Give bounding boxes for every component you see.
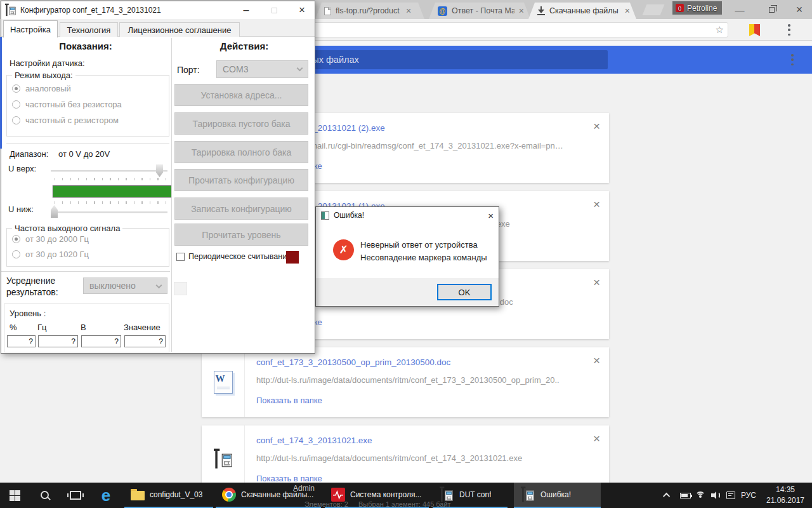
tab-license[interactable]: Лицензионное соглашение [119, 22, 240, 37]
show-in-folder-link[interactable]: Показать в папке [256, 474, 322, 483]
radio-freq-1020-label: от 30 до 1020 Гц [25, 250, 89, 259]
browser-close-button[interactable]: × [787, 0, 812, 19]
task-view-icon [70, 491, 81, 500]
taskbar: e configdut_V_03 Скачанные файлы... Сист… [0, 483, 812, 508]
clock[interactable]: 14:35 21.06.2017 [761, 483, 809, 508]
averaging-value: выключено [89, 281, 136, 291]
read-level-button[interactable]: Прочитать уровень [174, 224, 308, 246]
browser-tab-mail[interactable]: @ Ответ - Почта Mail × [429, 3, 530, 19]
edge-button[interactable]: e [91, 483, 121, 508]
tab-close-icon[interactable]: × [406, 6, 411, 15]
app-title-bar[interactable]: Конфигуратор conf_et_174_3_20131021 – × [1, 1, 315, 19]
download-file-link[interactable]: conf_et_173_3_20130500_op_prim_20130500.… [256, 358, 593, 367]
browser-tab-flstop[interactable]: fls-top.ru/?product × [315, 3, 424, 19]
taskbar-item-label: DUT conf [459, 490, 491, 499]
level-percent-field[interactable]: ? [7, 335, 36, 347]
tab-close-icon[interactable]: × [519, 6, 524, 15]
radio-freq-no-resistor[interactable] [12, 100, 20, 109]
wifi-icon[interactable] [693, 483, 708, 508]
radio-freq-no-resistor-label: частотный без резистора [25, 100, 122, 109]
write-config-button[interactable]: Записать конфигурацию [174, 197, 308, 220]
u-top-slider-track[interactable] [51, 170, 167, 172]
minimize-icon: — [735, 4, 745, 15]
app-maximize-button[interactable] [260, 1, 288, 19]
task-view-button[interactable] [61, 483, 90, 508]
speaker-icon[interactable] [708, 483, 723, 508]
download-icon [537, 6, 545, 15]
periodic-read-label: Периодическое считывание [188, 252, 291, 261]
tick-row [55, 201, 167, 204]
radio-analog[interactable] [12, 84, 20, 93]
battery-icon[interactable] [678, 483, 693, 508]
remove-download-icon[interactable]: × [593, 119, 600, 133]
dialog-close-icon[interactable]: × [488, 210, 494, 221]
output-mode-group: Режим выхода: аналоговый частотный без р… [6, 75, 169, 137]
remove-download-icon[interactable]: × [593, 354, 600, 368]
downloads-menu-icon[interactable] [791, 54, 794, 65]
bookmark-star-icon[interactable]: ☆ [716, 24, 724, 36]
browser-minimize-button[interactable]: — [727, 0, 752, 19]
error-icon: ✗ [333, 239, 354, 260]
error-message-line2: Несовпадение маркера команды [360, 253, 487, 262]
browser-restore-button[interactable] [759, 0, 784, 19]
port-select[interactable]: COM3 [216, 60, 308, 78]
divider [6, 144, 169, 145]
dialog-title-bar[interactable]: Ошибка! × [316, 207, 499, 224]
u-bottom-slider-thumb[interactable] [51, 205, 58, 218]
start-button[interactable] [0, 483, 29, 508]
level-hz-field[interactable]: ? [38, 335, 78, 347]
tray-time: 14:35 [776, 485, 795, 495]
error-message-line1: Неверный ответ от устройства [360, 240, 478, 250]
radio-freq-2000[interactable] [12, 235, 20, 243]
averaging-select[interactable]: выключено [83, 277, 167, 294]
close-icon: × [299, 4, 305, 17]
taskbar-item-label: Ошибка! [540, 490, 571, 499]
remove-download-icon[interactable]: × [593, 432, 600, 446]
chevron-down-icon [297, 65, 303, 72]
u-top-label: U верх: [8, 164, 36, 173]
readings-header: Показания: [1, 41, 170, 51]
set-address-button[interactable]: Установка адреса... [174, 84, 308, 106]
new-tab-button[interactable] [643, 4, 665, 15]
app-minimize-button[interactable]: – [232, 1, 260, 19]
ghost-selected-info: Выбран 1 элемент: 445 байт [358, 500, 451, 508]
remove-download-icon[interactable]: × [593, 197, 600, 211]
u-top-slider-thumb[interactable] [156, 164, 163, 177]
show-in-folder-link[interactable]: Показать в папке [256, 396, 322, 405]
taskbar-item-error[interactable]: Ошибка! [514, 483, 601, 508]
level-value-field[interactable]: ? [124, 335, 166, 347]
download-file-link[interactable]: conf_et_174_3_20131021.exe [256, 436, 593, 445]
u-bottom-slider-track[interactable] [51, 211, 167, 213]
radio-freq-1020[interactable] [12, 250, 20, 258]
extension-icon[interactable] [749, 24, 760, 36]
periodic-read-checkbox[interactable] [176, 253, 185, 261]
output-mode-legend: Режим выхода: [12, 70, 75, 80]
full-tank-calibration-button[interactable]: Тарировка полного бака [174, 141, 308, 163]
tab-technology[interactable]: Технология [60, 22, 118, 37]
radio-freq-resistor[interactable] [12, 116, 20, 124]
status-indicator [286, 251, 299, 264]
empty-tank-calibration-button[interactable]: Тарировка пустого бака [174, 112, 308, 135]
radio-analog-label: аналоговый [25, 84, 71, 93]
browser-menu-icon[interactable] [788, 24, 790, 36]
taskbar-search-button[interactable] [30, 483, 60, 508]
dialog-title: Ошибка! [334, 211, 483, 220]
level-col-v: В [81, 323, 86, 332]
word-doc-icon: W [214, 371, 233, 394]
app-close-button[interactable]: × [288, 1, 316, 19]
tray-chevron-up-icon[interactable] [660, 483, 675, 508]
remove-download-icon[interactable]: × [593, 276, 600, 290]
frequency-group: Частота выходного сигнала от 30 до 2000 … [6, 228, 169, 267]
browser-tab-downloads[interactable]: Скачанные файлы × [528, 3, 636, 19]
level-v-field[interactable]: ? [81, 335, 121, 347]
file-icon-cell: W [202, 347, 245, 417]
language-indicator[interactable]: РУС [736, 483, 761, 508]
petroline-badge: () Petroline [672, 1, 722, 15]
level-col-percent: % [10, 323, 17, 332]
tab-close-icon[interactable]: × [625, 6, 630, 15]
read-config-button[interactable]: Прочитать конфигурацию [174, 169, 308, 191]
ok-button[interactable]: OK [437, 284, 492, 300]
taskbar-item-explorer[interactable]: configdut_V_03 [124, 483, 213, 508]
tab-settings[interactable]: Настройка [3, 20, 58, 37]
actions-header: Действия: [173, 41, 316, 51]
